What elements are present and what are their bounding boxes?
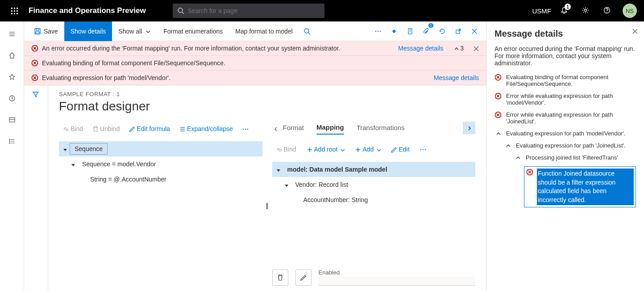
tab-mapping[interactable]: Mapping <box>316 123 344 135</box>
tree-node-label: model: Data model Sample model <box>283 165 392 174</box>
show-all-button[interactable]: Show all <box>112 21 157 41</box>
show-details-button[interactable]: Show details <box>64 21 112 41</box>
save-icon <box>34 28 41 35</box>
overflow-icon[interactable] <box>370 21 386 41</box>
search-input[interactable] <box>188 7 320 14</box>
settings-icon[interactable] <box>576 0 596 21</box>
more-icon[interactable] <box>238 124 252 134</box>
detail-item[interactable]: Evaluating expression for path 'JoinedLi… <box>504 142 636 149</box>
error-banner-1: An error occurred during the 'Format map… <box>24 41 486 56</box>
tree-caret-icon[interactable] <box>67 161 78 167</box>
format-tree: Sequence Sequence = model.Vendor String … <box>59 141 262 187</box>
chevron-left-icon[interactable] <box>272 126 278 132</box>
tree-node-label: AccountNumber: String <box>299 195 373 204</box>
format-tree-pane: Bind Unbind Edit formula Expand/collapse… <box>59 120 266 291</box>
office-icon[interactable] <box>402 21 418 41</box>
filter-column <box>24 85 48 291</box>
delete-icon[interactable] <box>272 270 288 286</box>
collapse-icon[interactable]: 3 <box>453 45 464 52</box>
tree-node[interactable]: Sequence <box>59 141 262 156</box>
tree-node[interactable]: Sequence = model.Vendor <box>59 156 262 172</box>
detail-item[interactable]: Evaluating expression for path 'model/Ve… <box>494 130 636 137</box>
tab-transformations[interactable]: Transformations <box>357 124 405 134</box>
tree-caret-icon[interactable] <box>272 167 283 172</box>
chevron-right-icon[interactable] <box>463 122 475 134</box>
home-icon[interactable] <box>3 46 21 64</box>
detail-item[interactable]: Error while evaluating expression for pa… <box>494 93 636 106</box>
tree-node[interactable]: Vendor: Record list <box>272 177 476 192</box>
right-pane-toolbar: Bind Add root Add Edit <box>272 140 476 158</box>
chevron-up-icon[interactable] <box>514 154 521 160</box>
company-code[interactable]: USMF <box>532 7 552 15</box>
tree-caret-icon[interactable] <box>59 146 70 152</box>
edit-button[interactable]: Edit <box>387 144 413 155</box>
detail-text-highlighted: Function Joined datasource should be a f… <box>537 169 634 205</box>
refresh-icon[interactable] <box>434 21 450 41</box>
unbind-button[interactable]: Unbind <box>88 123 123 134</box>
error-banner-2: Evaluating binding of format component F… <box>24 56 486 71</box>
details-intro: An error occurred during the 'Format map… <box>494 45 636 67</box>
close-panel-icon[interactable] <box>632 28 638 34</box>
message-details-link[interactable]: Message details <box>434 74 479 81</box>
find-icon[interactable] <box>299 21 315 41</box>
detail-item[interactable]: Evaluating binding of format component F… <box>494 74 636 87</box>
nav-expand-icon[interactable] <box>3 25 21 43</box>
tree-node[interactable]: model: Data model Sample model <box>272 162 476 177</box>
edit-formula-button[interactable]: Edit formula <box>125 123 174 134</box>
expand-collapse-button[interactable]: Expand/collapse <box>175 123 237 134</box>
detail-item-selected[interactable]: Function Joined datasource should be a f… <box>524 166 636 207</box>
close-icon[interactable] <box>466 21 482 41</box>
format-enumerations-button[interactable]: Format enumerations <box>157 21 229 41</box>
notifications-badge: 1 <box>565 4 571 10</box>
help-icon[interactable] <box>598 0 617 21</box>
tree-node-label: Sequence <box>70 143 108 155</box>
tab-format[interactable]: Format <box>283 124 304 134</box>
map-format-button[interactable]: Map format to model <box>229 21 299 41</box>
tree-caret-icon[interactable] <box>280 182 291 187</box>
search-icon <box>177 7 184 14</box>
notifications-icon[interactable]: 1 <box>555 0 574 21</box>
chevron-up-icon[interactable] <box>494 130 502 136</box>
modules-icon[interactable] <box>3 132 21 150</box>
favorites-icon[interactable] <box>3 68 21 86</box>
error-text: An error occurred during the 'Format map… <box>42 45 340 52</box>
more-icon[interactable] <box>416 144 429 154</box>
global-search[interactable] <box>173 4 324 18</box>
detail-item[interactable]: Error while evaluating expression for pa… <box>494 111 636 125</box>
action-bar: Save Show details Show all Format enumer… <box>24 21 486 41</box>
chevron-up-icon[interactable] <box>504 142 511 148</box>
breadcrumb: SAMPLE FORMAT : 1 <box>59 91 475 97</box>
app-launcher-icon[interactable] <box>4 0 25 21</box>
funnel-icon[interactable] <box>32 91 40 291</box>
attachments-icon[interactable]: 0 <box>418 21 434 41</box>
user-avatar[interactable]: NS <box>623 4 637 18</box>
extension-icon[interactable] <box>386 21 402 41</box>
mapping-pane: Format Mapping Transformations Bind Add … <box>269 120 476 291</box>
add-root-button[interactable]: Add root <box>303 144 349 155</box>
workspace: SAMPLE FORMAT : 1 Format designer Bind U… <box>24 85 486 291</box>
detail-item[interactable]: Processing joined list 'FilteredTrans' <box>514 154 636 161</box>
error-icon <box>494 74 502 81</box>
error-text: Evaluating expression for path 'model/Ve… <box>42 74 170 81</box>
tree-node[interactable]: AccountNumber: String <box>272 192 476 207</box>
error-icon <box>31 59 38 67</box>
save-button[interactable]: Save <box>28 21 64 41</box>
bind-button[interactable]: Bind <box>59 123 87 134</box>
mapping-tabs: Format Mapping Transformations <box>272 120 476 138</box>
add-button[interactable]: Add <box>351 144 384 155</box>
tree-node-label: String = @.AccountNumber <box>86 175 171 184</box>
edit-icon[interactable] <box>295 270 312 286</box>
bind-button[interactable]: Bind <box>272 144 300 155</box>
error-icon <box>526 169 533 176</box>
workspaces-icon[interactable] <box>3 111 21 129</box>
tree-node[interactable]: String = @.AccountNumber <box>59 172 262 187</box>
message-details-link[interactable]: Message details <box>398 45 443 52</box>
designer-area: SAMPLE FORMAT : 1 Format designer Bind U… <box>48 85 486 291</box>
recent-icon[interactable] <box>3 89 21 107</box>
popout-icon[interactable] <box>450 21 466 41</box>
error-icon <box>494 93 502 100</box>
dismiss-icon[interactable] <box>473 45 479 51</box>
top-header: Finance and Operations Preview USMF 1 NS <box>0 0 644 21</box>
enabled-input[interactable] <box>319 277 476 286</box>
main-area: Save Show details Show all Format enumer… <box>24 21 486 291</box>
